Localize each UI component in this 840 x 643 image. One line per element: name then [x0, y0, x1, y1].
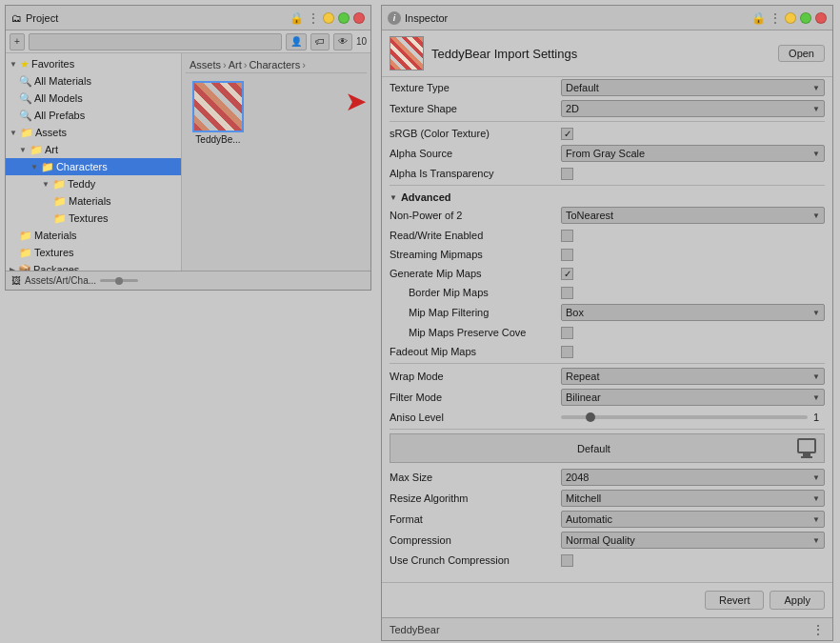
aniso-slider[interactable] [561, 415, 808, 419]
alpha-transparency-checkbox[interactable] [561, 168, 573, 180]
inspector-panel: i Inspector 🔒 ⋮ TeddyBear Import Setting… [381, 5, 833, 641]
breadcrumb-sep3: › [302, 59, 306, 70]
non-power-dropdown[interactable]: ToNearest ▼ [561, 207, 825, 224]
textures-icon: 📁 [53, 212, 67, 225]
wrap-mode-dropdown[interactable]: Repeat ▼ [561, 368, 825, 385]
texture-type-text: Default [566, 82, 599, 93]
sidebar-art[interactable]: ▼ 📁 Art [6, 141, 181, 158]
format-text: Automatic [566, 513, 612, 525]
triangle-icon: ▼ [30, 163, 38, 171]
file-thumbnail [192, 81, 244, 132]
search-input[interactable] [33, 36, 277, 47]
sidebar-all-materials[interactable]: 🔍 All Materials [6, 72, 181, 90]
file-name-label: TeddyBe... [195, 134, 240, 145]
sidebar-textures[interactable]: 📁 Textures [6, 244, 181, 261]
zoom-slider[interactable] [100, 279, 138, 282]
format-label: Format [390, 513, 561, 525]
file-item-teddybear[interactable]: TeddyBe... [190, 81, 247, 145]
separator2 [390, 185, 825, 186]
apply-button[interactable]: Apply [770, 591, 825, 610]
sidebar-all-models[interactable]: 🔍 All Models [6, 90, 181, 107]
sidebar-packages-header[interactable]: ▶ 📦 Packages [6, 261, 181, 271]
use-crunch-checkbox-container [561, 554, 825, 567]
bottom-bar-menu-icon[interactable]: ⋮ [811, 622, 825, 637]
alpha-transparency-checkbox-container [561, 168, 825, 180]
srgb-label: sRGB (Color Texture) [390, 128, 561, 139]
triangle-icon: ▼ [19, 146, 27, 154]
mip-map-filtering-text: Box [566, 307, 584, 318]
inspector-minimize-btn[interactable] [785, 12, 796, 24]
use-crunch-row: Use Crunch Compression [390, 551, 825, 570]
generate-mip-maps-label: Generate Mip Maps [390, 268, 561, 279]
minimize-button[interactable] [323, 12, 334, 24]
max-size-dropdown[interactable]: 2048 ▼ [561, 469, 825, 486]
sidebar-teddy-textures[interactable]: 📁 Textures [6, 210, 181, 227]
border-mip-maps-checkbox[interactable] [561, 287, 573, 299]
mip-maps-preserve-checkbox[interactable] [561, 327, 573, 339]
inspector-maximize-btn[interactable] [800, 12, 811, 24]
add-button[interactable]: + [10, 33, 25, 50]
filter-mode-text: Bilinear [566, 392, 601, 403]
breadcrumb-characters[interactable]: Characters [249, 59, 300, 70]
fadeout-mip-maps-checkbox[interactable] [561, 346, 573, 358]
dropdown-arrow-icon: ▼ [812, 84, 820, 92]
sidebar-teddy[interactable]: ▼ 📁 Teddy [6, 175, 181, 192]
texture-shape-dropdown[interactable]: 2D ▼ [561, 100, 825, 117]
generate-mip-maps-row: Generate Mip Maps [390, 264, 825, 283]
eye-icon-btn[interactable]: 👁 [333, 33, 352, 50]
sidebar-favorites-header[interactable]: ▼ ★ Favorites [6, 55, 181, 72]
tag-icon-btn[interactable]: 🏷 [310, 33, 330, 50]
texture-type-dropdown[interactable]: Default ▼ [561, 79, 825, 96]
project-sidebar: ▼ ★ Favorites 🔍 All Materials 🔍 All Mode… [6, 53, 182, 271]
sidebar-materials-label: Materials [34, 230, 77, 241]
compression-dropdown[interactable]: Normal Quality ▼ [561, 532, 825, 549]
alpha-source-dropdown[interactable]: From Gray Scale ▼ [561, 145, 825, 162]
streaming-mipmaps-label: Streaming Mipmaps [390, 249, 561, 260]
aniso-thumb[interactable] [586, 412, 595, 422]
aniso-value: 1 [813, 412, 825, 423]
inspector-kebab-icon: ⋮ [770, 11, 781, 25]
triangle-icon: ▼ [10, 60, 17, 69]
breadcrumb-assets[interactable]: Assets [190, 59, 221, 70]
read-write-checkbox-container [561, 230, 825, 242]
generate-mip-maps-checkbox[interactable] [561, 268, 573, 280]
texture-type-row: Texture Type Default ▼ [390, 77, 825, 98]
monitor-icon-container [797, 438, 816, 458]
sidebar-characters-label: Characters [56, 161, 108, 172]
sidebar-assets-header[interactable]: ▼ 📁 Assets [6, 124, 181, 141]
dropdown-arrow-icon: ▼ [812, 536, 820, 545]
use-crunch-checkbox[interactable] [561, 554, 573, 567]
maximize-button[interactable] [338, 12, 350, 24]
border-mip-maps-checkbox-container [561, 287, 825, 299]
sidebar-all-prefabs[interactable]: 🔍 All Prefabs [6, 107, 181, 124]
asset-icon: 🖼 [11, 275, 21, 286]
srgb-checkbox[interactable] [561, 128, 573, 140]
search-box[interactable] [29, 33, 282, 50]
close-button[interactable] [353, 12, 365, 24]
mip-maps-preserve-row: Mip Maps Preserve Cove [390, 323, 825, 342]
resize-algorithm-dropdown[interactable]: Mitchell ▼ [561, 490, 825, 507]
streaming-mipmaps-checkbox-container [561, 249, 825, 261]
lock-icon: 🔒 [290, 11, 304, 25]
mip-map-filtering-row: Mip Map Filtering Box ▼ [390, 302, 825, 323]
sidebar-characters[interactable]: ▼ 📁 Characters [6, 158, 181, 175]
advanced-section-header[interactable]: ▼ Advanced [390, 188, 825, 205]
sidebar-materials[interactable]: 📁 Materials [6, 227, 181, 244]
inspector-titlebar: i Inspector 🔒 ⋮ [382, 6, 832, 30]
filter-mode-dropdown[interactable]: Bilinear ▼ [561, 389, 825, 406]
format-dropdown[interactable]: Automatic ▼ [561, 511, 825, 528]
dropdown-arrow-icon: ▼ [812, 473, 820, 482]
person-icon-btn[interactable]: 👤 [286, 33, 307, 50]
sidebar-teddy-materials[interactable]: 📁 Materials [6, 192, 181, 210]
mip-map-filtering-dropdown[interactable]: Box ▼ [561, 304, 825, 321]
breadcrumb-art[interactable]: Art [229, 59, 242, 70]
read-write-checkbox[interactable] [561, 230, 573, 242]
streaming-mipmaps-checkbox[interactable] [561, 249, 573, 261]
alpha-transparency-label: Alpha Is Transparency [390, 168, 561, 179]
inspector-lock-icon: 🔒 [751, 11, 766, 25]
revert-button[interactable]: Revert [705, 591, 764, 610]
inspector-footer: Revert Apply [382, 582, 832, 617]
inspector-close-btn[interactable] [815, 12, 827, 24]
open-button[interactable]: Open [778, 45, 825, 62]
texture-shape-label: Texture Shape [390, 103, 561, 114]
